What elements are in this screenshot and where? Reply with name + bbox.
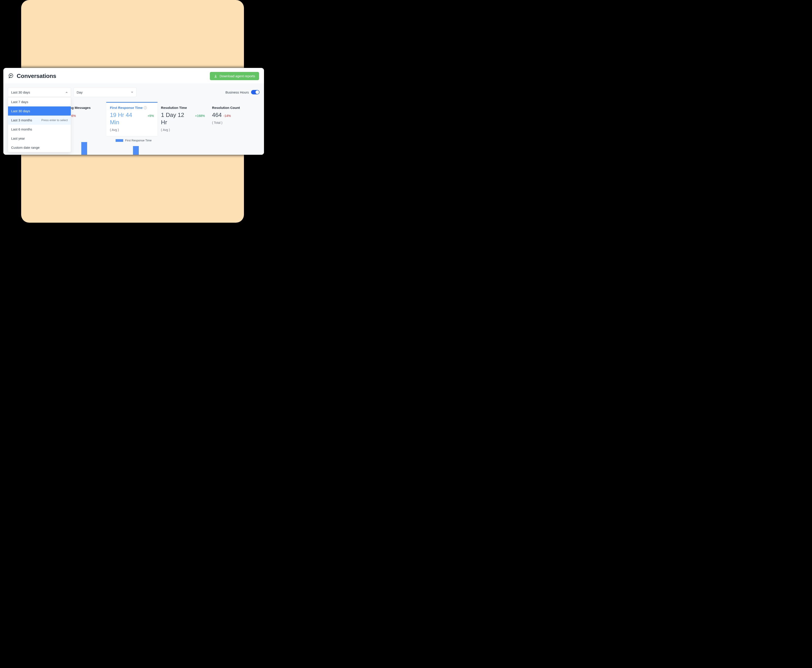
metric-card-resolution-time[interactable]: Resolution Time 1 Day 12 Hr +168% ( Avg …: [157, 102, 209, 136]
svg-point-0: [9, 73, 13, 77]
period-option[interactable]: Last 30 days: [8, 107, 71, 115]
metric-subtext: ( Avg ): [110, 128, 154, 132]
groupby-select-value: Day: [77, 90, 83, 94]
period-option-label: Last 7 days: [11, 100, 28, 104]
chart-bar: [81, 142, 87, 155]
title-group: Conversations: [8, 73, 56, 80]
metric-value: 19 Hr 44 Min: [110, 111, 134, 126]
download-button-label: Download agent reports: [220, 74, 255, 78]
metric-title: Resolution Time: [161, 106, 187, 110]
toggle-knob: [256, 90, 259, 94]
chevron-down-icon: [131, 92, 133, 93]
metric-title: First Response Time: [110, 106, 142, 110]
period-option-label: Last year: [11, 137, 25, 140]
metric-delta: -14%: [223, 114, 231, 118]
period-select[interactable]: Last 30 days: [8, 87, 71, 97]
metric-value: 464: [212, 111, 222, 119]
metric-subtext: ( Total ): [212, 121, 256, 124]
period-option[interactable]: Last 7 days: [8, 97, 71, 107]
chart-bar: [133, 146, 139, 155]
report-panel: Conversations Download agent reports Las…: [3, 68, 264, 155]
info-icon[interactable]: i: [144, 106, 147, 109]
period-dropdown: Last 7 days Last 30 days Last 3 months P…: [8, 97, 71, 152]
metric-card-first-response[interactable]: First Response Time i 19 Hr 44 Min +9% (…: [106, 102, 157, 136]
content-area: Last 30 days Day Business Hours Last 7 d…: [3, 83, 264, 155]
period-option[interactable]: Custom date range: [8, 143, 71, 152]
period-select-value: Last 30 days: [11, 90, 30, 94]
metric-subtext: ( Avg ): [161, 128, 205, 132]
period-option-label: Custom date range: [11, 145, 40, 149]
business-hours-label: Business Hours: [226, 90, 249, 94]
groupby-select[interactable]: Day: [73, 87, 137, 97]
metric-title: Resolution Count: [212, 106, 240, 110]
business-hours-toggle[interactable]: [251, 90, 260, 94]
metric-value: 1 Day 12 Hr: [161, 111, 186, 126]
period-option-hint: Press enter to select: [42, 119, 68, 122]
period-option-label: Last 30 days: [11, 109, 30, 113]
filters-row: Last 30 days Day Business Hours: [8, 87, 260, 97]
chat-icon: [8, 73, 13, 79]
panel-header: Conversations Download agent reports: [3, 68, 264, 83]
metric-card-resolution-count[interactable]: Resolution Count 464 -14% ( Total ): [209, 102, 260, 136]
download-icon: [214, 74, 218, 78]
period-option[interactable]: Last 6 months: [8, 125, 71, 134]
metric-delta: +9%: [147, 114, 154, 118]
period-option[interactable]: Last 3 months Press enter to select: [8, 115, 71, 125]
business-hours-control: Business Hours: [226, 90, 260, 94]
legend-label: First Response Time: [125, 139, 151, 142]
metric-delta: -6%: [70, 114, 76, 118]
chevron-up-icon: [65, 92, 68, 93]
period-option[interactable]: Last year: [8, 134, 71, 143]
download-agent-reports-button[interactable]: Download agent reports: [210, 72, 259, 80]
period-option-label: Last 3 months: [11, 118, 32, 122]
period-option-label: Last 6 months: [11, 127, 32, 131]
legend-swatch: [116, 139, 123, 142]
page-title: Conversations: [17, 73, 56, 80]
metric-delta: +168%: [195, 114, 205, 118]
